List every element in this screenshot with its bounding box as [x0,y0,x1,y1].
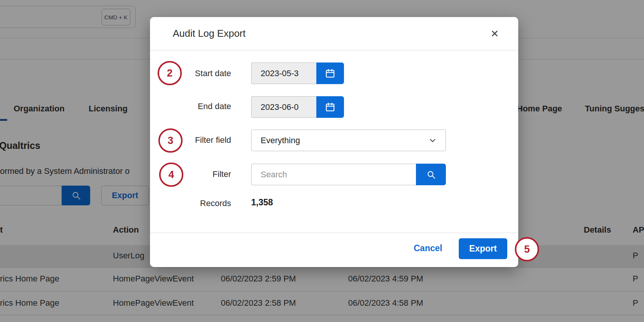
search-icon [426,170,436,180]
records-count: 1,358 [251,197,273,208]
annotation-step-3: 3 [158,128,183,153]
filter-search-button[interactable] [416,164,446,185]
end-date-input[interactable] [251,96,316,118]
records-label: Records [200,198,231,209]
export-button[interactable]: Export [459,238,507,259]
close-icon[interactable]: ✕ [488,27,502,41]
start-date-calendar-button[interactable] [316,63,344,84]
footer-divider [150,233,518,233]
start-date-label: Start date [195,68,231,79]
end-date-calendar-button[interactable] [316,96,344,118]
filter-search-input[interactable] [251,164,416,185]
export-button-label: Export [469,244,497,254]
calendar-icon [325,102,335,112]
audit-log-export-dialog: Audit Log Export ✕ 2 3 4 Start date End … [150,17,518,267]
filter-field-selected-value: Everything [252,136,430,145]
filter-field-select[interactable]: Everything [251,130,446,151]
start-date-input[interactable] [251,63,316,84]
dialog-header: Audit Log Export ✕ [150,17,518,50]
calendar-icon [325,68,335,78]
filter-label: Filter [213,169,231,180]
annotation-step-4: 4 [159,163,183,187]
dialog-title: Audit Log Export [173,28,245,39]
annotation-step-5: 5 [515,237,539,261]
cancel-button[interactable]: Cancel [414,243,442,253]
chevron-down-icon [430,139,445,142]
filter-field-label: Filter field [195,134,231,146]
annotation-step-2: 2 [158,61,182,85]
end-date-label: End date [198,101,231,112]
